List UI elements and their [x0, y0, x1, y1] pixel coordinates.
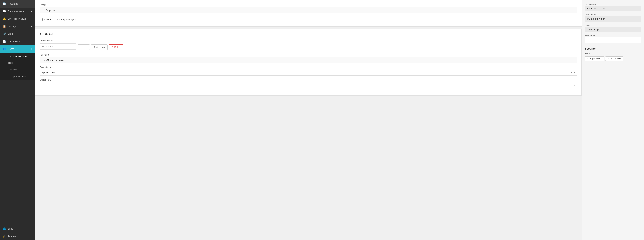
sidebar-item-surveys[interactable]: 📋 Surveys ▶	[0, 23, 35, 30]
meta-section: Last updated 30/06/2023 11:22 Date creat…	[585, 3, 641, 43]
sidebar-item-label: Surveys	[8, 25, 16, 28]
sub-item-label: User permissions	[8, 75, 26, 78]
email-section: Email: Can be archived by user sync	[35, 0, 582, 27]
links-icon: 🔗	[3, 33, 6, 35]
sidebar-item-label: Sites	[8, 227, 13, 230]
sidebar-item-company-news[interactable]: 💬 Company news ▶	[0, 8, 35, 15]
role-badge-super-admin: ✕ Super Admin	[585, 56, 604, 61]
profile-picture-row: No selection ☰ List ⊕ Add new ⊖	[40, 43, 577, 50]
delete-button[interactable]: ⊖ Delete	[109, 44, 124, 50]
full-name-label: Full name	[40, 54, 577, 56]
date-created-value: 14/05/2020 13:04	[585, 16, 641, 22]
sidebar-sub-item-user-management[interactable]: User management	[0, 53, 35, 60]
default-site-select-wrapper: Spencer HQ ✕ ▼	[40, 70, 577, 76]
external-id-input[interactable]	[585, 37, 641, 43]
last-updated-field: Last updated 30/06/2023 11:22	[585, 3, 641, 11]
chevron-right-icon: ▶	[31, 25, 32, 28]
last-updated-value: 30/06/2023 11:22	[585, 6, 641, 11]
date-created-label: Date created	[585, 14, 641, 16]
archive-checkbox[interactable]	[40, 18, 42, 21]
email-input[interactable]	[40, 7, 577, 13]
right-panel: Last updated 30/06/2023 11:22 Date creat…	[582, 0, 644, 240]
default-site-field: Default site Spencer HQ ✕ ▼	[40, 66, 577, 76]
sidebar-item-sites[interactable]: 🌐 Sites	[0, 225, 35, 232]
archive-checkbox-row: Can be archived by user sync	[40, 16, 577, 23]
email-field-container: Email:	[40, 4, 577, 13]
sidebar-sub-item-user-lists[interactable]: User lists	[0, 66, 35, 73]
email-label: Email:	[40, 4, 577, 6]
source-label: Source	[585, 24, 641, 26]
source-field: Source spencer-ops	[585, 24, 641, 32]
sidebar-item-label: Users	[8, 48, 14, 50]
no-selection-box: No selection	[40, 44, 76, 50]
role-label: User Invitor	[610, 57, 621, 60]
profile-picture-buttons: ☰ List ⊕ Add new ⊖ Delete	[78, 44, 124, 50]
sub-item-label: User lists	[8, 68, 18, 71]
full-name-field: Full name	[40, 54, 577, 63]
chevron-right-icon: ▶	[31, 10, 32, 13]
profile-picture-field: Profile picture No selection ☰ List ⊕ Ad…	[40, 40, 577, 50]
current-site-select-wrapper: ▼	[40, 82, 577, 88]
sidebar-item-label: Emergency news	[8, 18, 26, 20]
sites-icon: 🌐	[3, 227, 6, 230]
remove-role-icon[interactable]: ✕	[607, 57, 609, 60]
full-name-input[interactable]	[40, 57, 577, 63]
source-value: spencer-ops	[585, 27, 641, 32]
sidebar-item-label: Links	[8, 33, 13, 35]
sidebar-item-label: Academy	[8, 235, 18, 237]
profile-section: Profile info Profile picture No selectio…	[35, 29, 582, 96]
emergency-news-icon: 🔔	[3, 18, 6, 20]
chevron-down-icon: ▼	[30, 48, 32, 50]
external-id-label: External ID	[585, 34, 641, 37]
security-section: Security Roles ✕ Super Admin ✕ User Invi…	[585, 47, 641, 61]
add-new-button[interactable]: ⊕ Add new	[91, 44, 108, 50]
sidebar-item-emergency-news[interactable]: 🔔 Emergency news	[0, 15, 35, 23]
current-site-field: Current site ▼	[40, 79, 577, 88]
security-title: Security	[585, 47, 641, 50]
external-id-field: External ID	[585, 34, 641, 43]
reporting-icon: 📄	[3, 3, 6, 5]
sub-item-label: Tags	[8, 62, 13, 64]
current-site-label: Current site	[40, 79, 577, 81]
company-news-icon: 💬	[3, 10, 6, 13]
last-updated-label: Last updated	[585, 3, 641, 5]
role-badge-user-invitor: ✕ User Invitor	[605, 56, 623, 61]
sidebar-sub-item-tags[interactable]: Tags	[0, 60, 35, 66]
users-icon: 👥	[3, 48, 6, 50]
default-site-label: Default site	[40, 66, 577, 69]
default-site-select[interactable]: Spencer HQ	[40, 70, 577, 76]
academy-icon: 🎓	[3, 235, 6, 237]
date-created-field: Date created 14/05/2020 13:04	[585, 14, 641, 22]
sidebar-item-users[interactable]: 👥 Users ▼	[0, 45, 35, 53]
sidebar-item-label: Documents	[8, 40, 20, 43]
sidebar-item-reporting[interactable]: 📄 Reporting	[0, 0, 35, 8]
current-site-select[interactable]	[40, 82, 577, 88]
list-icon: ☰	[81, 46, 83, 49]
documents-icon: 📄	[3, 40, 6, 43]
sidebar-item-label: Reporting	[8, 3, 18, 5]
list-button[interactable]: ☰ List	[78, 44, 90, 50]
sidebar-item-links[interactable]: 🔗 Links	[0, 30, 35, 38]
sidebar-item-academy[interactable]: 🎓 Academy	[0, 232, 35, 240]
center-panel: Email: Can be archived by user sync Prof…	[35, 0, 582, 240]
sidebar-item-documents[interactable]: 📄 Documents	[0, 38, 35, 45]
main-content: Email: Can be archived by user sync Prof…	[35, 0, 644, 240]
roles-label: Roles	[585, 52, 641, 55]
sidebar-item-label: Company news	[8, 10, 24, 13]
roles-row: ✕ Super Admin ✕ User Invitor	[585, 56, 641, 61]
archive-checkbox-label: Can be archived by user sync	[44, 18, 76, 21]
profile-picture-label: Profile picture	[40, 40, 577, 42]
sub-item-label: User management	[8, 55, 27, 57]
select-clear-icon[interactable]: ✕	[570, 71, 573, 74]
sidebar: 📄 Reporting 💬 Company news ▶ 🔔 Emergency…	[0, 0, 35, 240]
role-label: Super Admin	[590, 57, 602, 60]
plus-icon: ⊕	[94, 46, 96, 49]
surveys-icon: 📋	[3, 25, 6, 28]
remove-role-icon[interactable]: ✕	[587, 57, 588, 60]
profile-section-title: Profile info	[40, 33, 577, 36]
sidebar-sub-item-user-permissions[interactable]: User permissions	[0, 73, 35, 80]
delete-icon: ⊖	[112, 46, 113, 49]
